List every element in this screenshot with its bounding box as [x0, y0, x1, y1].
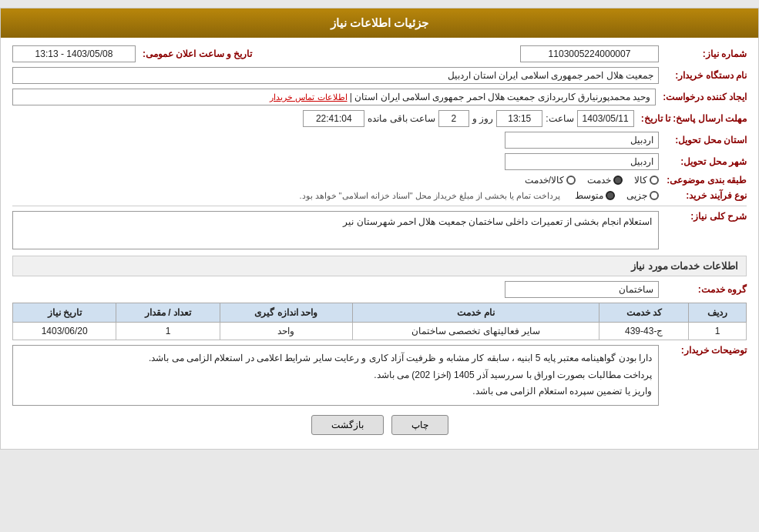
province-row: استان محل تحویل: اردبیل — [12, 132, 747, 149]
buyer-org-label: نام دستگاه خریدار: — [662, 70, 747, 81]
category-radio-group: کالا خدمت کالا/خدمت — [525, 175, 659, 186]
cell-name: سایر فعالیتهای تخصصی ساختمان — [352, 323, 599, 340]
service-group-label: گروه خدمت: — [662, 284, 747, 295]
category-option-both[interactable]: کالا/خدمت — [525, 175, 576, 186]
purchase-note: پرداخت تمام یا بخشی از مبلغ خریداز محل "… — [299, 191, 560, 201]
services-table: ردیف کد خدمت نام خدمت واحد اندازه گیری ت… — [12, 303, 747, 340]
buttons-row: چاپ بازگشت — [12, 415, 747, 435]
province-label: استان محل تحویل: — [662, 135, 747, 146]
category-label-kala: کالا — [634, 175, 647, 186]
deadline-time: 13:15 — [496, 110, 542, 127]
service-group-value: ساختمان — [505, 281, 659, 298]
purchase-type-jozi[interactable]: جزیی — [626, 190, 659, 201]
deadline-days: 2 — [438, 110, 469, 127]
table-row: 1ج-43-439سایر فعالیتهای تخصصی ساختمانواح… — [13, 323, 747, 340]
datetime-label: تاریخ و ساعت اعلان عمومی: — [139, 49, 252, 59]
need-number-label: شماره نیاز: — [662, 49, 747, 59]
buyer-org-row: نام دستگاه خریدار: جمعیت هلال احمر جمهور… — [12, 67, 747, 84]
col-date: تاریخ نیاز — [13, 303, 116, 323]
main-content: شماره نیاز: 1103005224000007 تاریخ و ساع… — [1, 38, 758, 449]
buyer-notes-value: دارا بودن گواهینامه معتبر پایه 5 ابنیه ،… — [12, 345, 659, 406]
page-wrapper: جزئیات اطلاعات نیاز شماره نیاز: 11030052… — [0, 8, 759, 450]
purchase-type-radio-jozi — [650, 191, 659, 200]
buyer-org-value: جمعیت هلال احمر جمهوری اسلامی ایران استا… — [12, 67, 659, 84]
category-label-khedmat: خدمت — [587, 175, 611, 186]
deadline-days-label: روز و — [472, 113, 493, 124]
category-radio-kala — [650, 176, 659, 185]
creator-value: وحید محمدپورنیارق کاربردازی جمعیت هلال ا… — [12, 89, 656, 105]
cell-unit: واحد — [220, 323, 352, 340]
purchase-type-label-jozi: جزیی — [626, 190, 647, 201]
purchase-type-label: نوع فرآیند خرید: — [662, 190, 747, 201]
need-number-value: 1103005224000007 — [520, 45, 659, 62]
deadline-label: مهلت ارسال پاسخ: تا تاریخ: — [637, 113, 747, 124]
purchase-type-label-motevaset: متوسط — [575, 190, 603, 201]
col-name: نام خدمت — [352, 303, 599, 323]
datetime-value: 1403/05/08 - 13:13 — [12, 45, 136, 62]
cell-qty: 1 — [116, 323, 220, 340]
purchase-type-motevaset[interactable]: متوسط — [575, 190, 615, 201]
service-group-row: گروه خدمت: ساختمان — [12, 281, 747, 298]
description-label: شرح کلی نیاز: — [662, 211, 747, 222]
creator-text: وحید محمدپورنیارق کاربردازی جمعیت هلال ا… — [350, 92, 650, 102]
purchase-type-group: جزیی متوسط — [575, 190, 659, 201]
col-code: کد خدمت — [599, 303, 689, 323]
print-button[interactable]: چاپ — [391, 415, 448, 435]
divider-1 — [12, 206, 747, 206]
description-value: استعلام انجام بخشی از تعمیرات داخلی ساخت… — [12, 211, 659, 249]
deadline-date: 1403/05/11 — [577, 110, 634, 127]
category-radio-khedmat — [613, 176, 623, 185]
cell-row: 1 — [689, 323, 747, 340]
cell-date: 1403/06/20 — [13, 323, 116, 340]
description-row: شرح کلی نیاز: استعلام انجام بخشی از تعمی… — [12, 211, 747, 249]
city-label: شهر محل تحویل: — [662, 156, 747, 167]
purchase-type-radio-motevaset — [606, 191, 615, 200]
creator-row: ایجاد کننده درخواست: وحید محمدپورنیارق ک… — [12, 89, 747, 105]
category-radio-both — [566, 176, 576, 185]
back-button[interactable]: بازگشت — [311, 415, 384, 435]
col-qty: تعداد / مقدار — [116, 303, 220, 323]
table-body: 1ج-43-439سایر فعالیتهای تخصصی ساختمانواح… — [13, 323, 747, 340]
services-section-title: اطلاعات خدمات مورد نیاز — [12, 256, 747, 276]
page-title: جزئیات اطلاعات نیاز — [331, 16, 428, 29]
col-unit: واحد اندازه گیری — [220, 303, 352, 323]
page-header: جزئیات اطلاعات نیاز — [1, 8, 758, 38]
province-value: اردبیل — [505, 132, 659, 149]
category-option-kala[interactable]: کالا — [634, 175, 659, 186]
deadline-remaining-label: ساعت باقی مانده — [368, 113, 435, 124]
category-label: طبقه بندی موضوعی: — [662, 175, 747, 186]
buyer-notes-row: توضیحات خریدار: دارا بودن گواهینامه معتب… — [12, 345, 747, 406]
city-value: اردبیل — [505, 153, 659, 170]
category-row: طبقه بندی موضوعی: کالا خدمت کالا/خدمت — [12, 175, 747, 186]
contact-link[interactable]: اطلاعات تماس خریدار — [270, 92, 347, 102]
category-label-both: کالا/خدمت — [525, 175, 564, 186]
category-option-khedmat[interactable]: خدمت — [587, 175, 623, 186]
purchase-type-row: نوع فرآیند خرید: جزیی متوسط پرداخت تمام … — [12, 190, 747, 201]
creator-label: ایجاد کننده درخواست: — [659, 92, 747, 102]
deadline-remaining: 22:41:04 — [303, 110, 364, 127]
table-header: ردیف کد خدمت نام خدمت واحد اندازه گیری ت… — [13, 303, 747, 323]
buyer-notes-label: توضیحات خریدار: — [662, 345, 747, 356]
city-row: شهر محل تحویل: اردبیل — [12, 153, 747, 170]
deadline-row: مهلت ارسال پاسخ: تا تاریخ: 1403/05/11 سا… — [12, 110, 747, 127]
col-row: ردیف — [689, 303, 747, 323]
need-number-row: شماره نیاز: 1103005224000007 تاریخ و ساع… — [12, 45, 747, 62]
cell-code: ج-43-439 — [599, 323, 689, 340]
deadline-time-label: ساعت: — [546, 113, 573, 124]
